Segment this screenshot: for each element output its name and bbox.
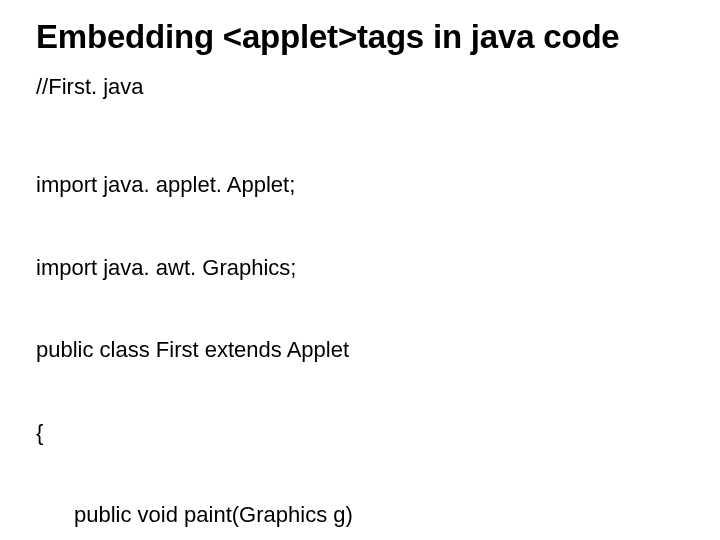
code-line: import java. applet. Applet;	[36, 171, 684, 199]
code-line: public class First extends Applet	[36, 336, 684, 364]
filename-comment: //First. java	[36, 74, 684, 100]
code-line: {	[36, 419, 684, 447]
slide-title: Embedding <applet>tags in java code	[36, 18, 684, 56]
code-line: import java. awt. Graphics;	[36, 254, 684, 282]
slide: Embedding <applet>tags in java code //Fi…	[0, 0, 720, 540]
code-line: public void paint(Graphics g)	[36, 501, 684, 529]
code-block-main: import java. applet. Applet; import java…	[36, 116, 684, 540]
